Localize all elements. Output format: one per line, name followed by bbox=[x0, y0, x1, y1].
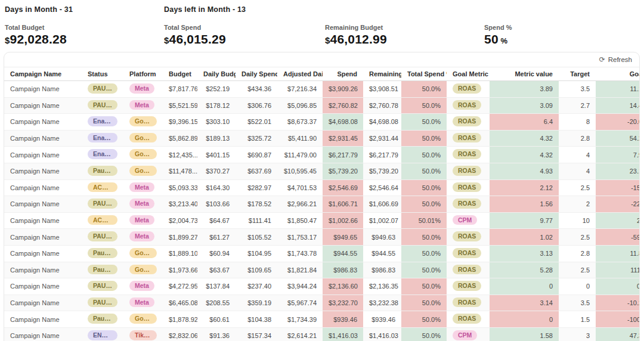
percent-sign: % bbox=[499, 36, 508, 45]
cell-spend: $6,217.79 bbox=[323, 147, 363, 163]
goal-metric-badge: ROAS bbox=[453, 314, 481, 324]
cell-spend: $2,136.60 bbox=[323, 278, 363, 295]
cell-platform: Meta bbox=[123, 278, 163, 295]
cell-campaign-name: Campaign Name bbox=[4, 163, 82, 179]
status-badge: PAUSED bbox=[88, 281, 117, 291]
cell-metric-value: 1.56 bbox=[490, 196, 559, 213]
cell-goal-pct: -59.2% bbox=[596, 229, 640, 246]
cell-adjusted-daily: $1,734.39 bbox=[277, 311, 323, 328]
cell-daily-spend: $104.95 bbox=[236, 245, 277, 262]
cell-goal-pct: -10.29% bbox=[596, 294, 640, 311]
cell-target: 2.8 bbox=[559, 130, 596, 147]
cell-spend: $1,606.71 bbox=[323, 196, 363, 213]
cell-platform: Meta bbox=[123, 97, 163, 114]
cell-total-spend-pct: 50.0% bbox=[401, 278, 447, 295]
cell-goal-metric: CPM bbox=[447, 327, 490, 341]
cell-daily-budget: $61.27 bbox=[197, 229, 236, 246]
cell-budget: $1,889.10 bbox=[163, 245, 197, 262]
goal-metric-badge: ROAS bbox=[453, 248, 481, 258]
cell-adjusted-daily: $2,614.21 bbox=[277, 327, 323, 341]
refresh-button[interactable]: ⟳ Refresh bbox=[599, 56, 632, 63]
cell-goal-pct: 7.96% bbox=[596, 147, 640, 163]
cell-daily-spend: $104.38 bbox=[236, 311, 277, 328]
cell-remaining: $3,908.51 bbox=[363, 81, 401, 98]
cell-status: ACTIVE bbox=[82, 179, 123, 196]
cell-goal-pct: 111.3% bbox=[596, 262, 640, 278]
cell-daily-spend: $111.41 bbox=[236, 212, 277, 229]
days-in-month: Days in Month - 31 bbox=[5, 5, 164, 14]
status-badge: ACTIVE bbox=[88, 215, 117, 225]
cell-goal-pct: -22.0% bbox=[596, 196, 640, 213]
status-badge: PAUSED bbox=[88, 297, 117, 308]
column-header-target: Target bbox=[559, 67, 596, 81]
cell-status: Paused bbox=[82, 245, 123, 262]
cell-metric-value: 3.14 bbox=[490, 294, 559, 311]
table-row: Campaign NamePAUSEDMeta$7,817.76$252.19$… bbox=[4, 81, 640, 98]
cell-campaign-name: Campaign Name bbox=[4, 179, 82, 196]
goal-metric-badge: ROAS bbox=[453, 265, 481, 275]
cell-target: 2.8 bbox=[559, 245, 596, 262]
cell-adjusted-daily: $8,673.37 bbox=[277, 114, 323, 131]
goal-metric-badge: ROAS bbox=[453, 116, 481, 126]
cell-daily-budget: $208.55 bbox=[197, 294, 236, 311]
cell-goal-pct: 2.3% bbox=[596, 212, 640, 229]
cell-status: PAUSED bbox=[82, 229, 123, 246]
cell-daily-spend: $282.97 bbox=[236, 179, 277, 196]
cell-target: 2.5 bbox=[559, 179, 596, 196]
cell-adjusted-daily: $7,216.34 bbox=[277, 81, 323, 98]
cell-budget: $3,213.40 bbox=[163, 196, 197, 213]
cell-budget: $9,396.15 bbox=[163, 114, 197, 131]
cell-remaining: $986.83 bbox=[363, 262, 401, 278]
cell-target: 2.5 bbox=[559, 262, 596, 278]
cell-status: Enabled bbox=[82, 130, 123, 147]
currency-sign: $ bbox=[325, 35, 330, 45]
cell-goal-pct: 11.87% bbox=[596, 245, 640, 262]
cell-remaining: $2,546.64 bbox=[363, 179, 401, 196]
cell-total-spend-pct: 50.0% bbox=[401, 196, 447, 213]
cell-daily-budget: $60.94 bbox=[197, 245, 236, 262]
platform-badge: Google bbox=[129, 265, 157, 275]
cell-status: Paused bbox=[82, 163, 123, 179]
column-header-status: Status bbox=[82, 67, 123, 81]
goal-metric-badge: ROAS bbox=[453, 83, 481, 94]
cell-goal-pct: -100.0% bbox=[596, 311, 640, 328]
cell-platform: Google bbox=[123, 147, 163, 163]
cell-total-spend-pct: 50.0% bbox=[401, 147, 447, 163]
table-row: Campaign NamePausedGoogle$11,478....$370… bbox=[4, 163, 640, 179]
cell-campaign-name: Campaign Name bbox=[4, 327, 82, 341]
cell-total-spend-pct: 50.0% bbox=[401, 130, 447, 147]
cell-goal-pct: 14.44% bbox=[596, 97, 640, 114]
cell-goal-pct: -15.2% bbox=[596, 179, 640, 196]
cell-target: 2.5 bbox=[559, 229, 596, 246]
stat-value: $92,028.28 bbox=[5, 32, 164, 46]
cell-spend: $2,931.45 bbox=[323, 130, 363, 147]
stat-value: 50 % bbox=[484, 32, 644, 46]
cell-adjusted-daily: $5,967.74 bbox=[277, 294, 323, 311]
stat-label: Total Spend bbox=[164, 24, 325, 31]
cell-budget: $11,478.... bbox=[163, 163, 197, 179]
cell-campaign-name: Campaign Name bbox=[4, 130, 82, 147]
cell-campaign-name: Campaign Name bbox=[4, 245, 82, 262]
cell-budget: $12,435.... bbox=[163, 147, 197, 163]
platform-badge: Meta bbox=[129, 199, 154, 209]
cell-total-spend-pct: 50.0% bbox=[401, 114, 447, 131]
status-badge: PAUSED bbox=[88, 199, 117, 209]
table-row: Campaign NameACTIVEMeta$2,004.73$64.67$1… bbox=[4, 212, 640, 229]
cell-metric-value: 4.32 bbox=[490, 130, 559, 147]
cell-daily-budget: $164.30 bbox=[197, 179, 236, 196]
cell-platform: Google bbox=[123, 262, 163, 278]
cell-adjusted-daily: $5,411.90 bbox=[277, 130, 323, 147]
cell-total-spend-pct: 50.0% bbox=[401, 179, 447, 196]
cell-daily-budget: $63.67 bbox=[197, 262, 236, 278]
cell-goal-metric: ROAS bbox=[447, 97, 490, 114]
status-badge: Paused bbox=[88, 314, 117, 324]
cell-daily-budget: $64.67 bbox=[197, 212, 236, 229]
cell-daily-budget: $60.61 bbox=[197, 311, 236, 328]
table-row: Campaign NamePausedGoogle$1,878.92$60.61… bbox=[4, 311, 640, 328]
cell-remaining: $949.63 bbox=[363, 229, 401, 246]
status-badge: PAUSED bbox=[88, 231, 117, 241]
cell-remaining: $939.46 bbox=[363, 311, 401, 328]
table-row: Campaign NameENABLEDTiktok$2,832.06$91.3… bbox=[4, 327, 640, 341]
cell-spend: $986.83 bbox=[323, 262, 363, 278]
status-badge: Paused bbox=[88, 248, 117, 258]
